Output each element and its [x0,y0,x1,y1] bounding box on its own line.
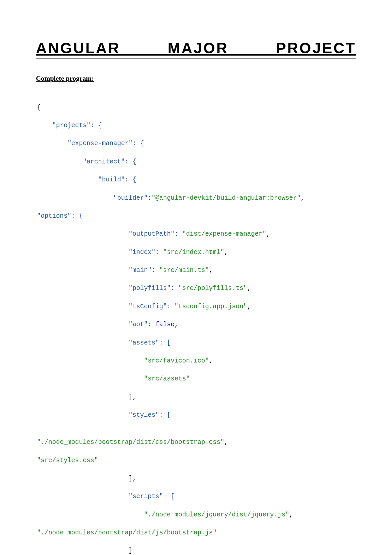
code-key: "aot": [37,321,155,328]
code-text: , [247,285,251,292]
code-value: "src/favicon.ico" [37,357,209,364]
code-text: , [224,249,228,256]
code-text: , [224,439,228,446]
code-value: "src/main.ts" [159,267,209,274]
code-key: "assets": [ [37,339,171,346]
code-text: ], [37,475,136,482]
code-text: , [209,267,213,274]
code-keyword: false [155,321,175,328]
code-key: "architect": { [37,158,136,165]
code-key: "index": [37,249,163,256]
code-key: "build": { [37,176,136,183]
code-key: "outputPath": [37,230,182,238]
page-title: ANGULAR MAJOR PROJECT [36,39,356,59]
subheading: Complete program: [36,75,356,83]
code-value: "src/index.html" [163,249,224,256]
code-value: "./node_modules/bootstrap/dist/css/boots… [37,439,224,446]
code-key: "projects": { [37,122,102,129]
code-key: "options": { [37,212,83,220]
code-key: "tsConfig": [37,303,174,310]
code-text: , [266,230,270,238]
code-value: "@angular-devkit/build-angular:browser" [152,194,301,202]
code-key: "expense-manager": { [37,140,144,147]
code-text: ] [37,547,133,554]
code-block: { "projects": { "expense-manager": { "ar… [36,92,356,555]
code-value: "src/assets" [37,375,190,382]
code-text: { [37,104,41,111]
document-page: ANGULAR MAJOR PROJECT Complete program: … [0,0,392,555]
code-value: "dist/expense-manager" [182,230,266,238]
code-text: , [247,303,251,310]
code-text: , [301,194,304,202]
code-value: "src/polyfills.ts" [178,285,247,292]
code-value: "src/styles.css" [37,457,98,464]
code-text: , [174,321,178,328]
code-key: "polyfills": [37,285,178,292]
code-key: "builder": [37,194,152,202]
code-value: "./node_modules/bootstrap/dist/js/bootst… [37,529,217,536]
code-value: "tsconfig.app.json" [174,303,247,310]
code-key: "scripts": [ [37,493,174,500]
code-key: "main": [37,267,159,274]
code-value: "./node_modules/jquery/dist/jquery.js" [37,511,289,518]
code-text: ], [37,394,136,401]
code-text: , [289,511,293,518]
code-key: "styles": [ [37,412,171,419]
code-text: , [209,357,213,364]
